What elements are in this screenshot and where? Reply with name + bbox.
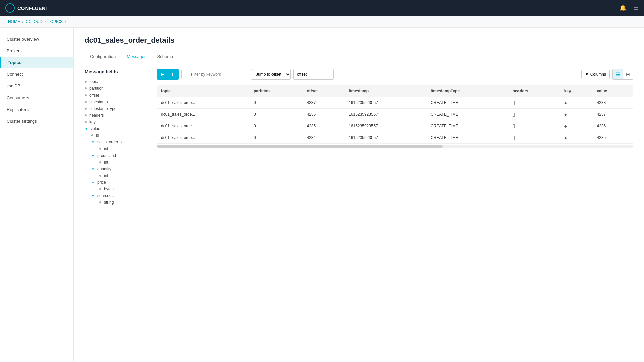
breadcrumb-home[interactable]: HOME: [8, 19, 20, 24]
sidebar-item-brokers[interactable]: Brokers: [0, 45, 73, 57]
cell-offset: 4236: [303, 109, 345, 120]
list-view-button[interactable]: ☰: [613, 69, 623, 79]
sidebar-item-cluster-settings[interactable]: Cluster settings: [0, 115, 73, 127]
grid-view-button[interactable]: ⊞: [623, 69, 633, 79]
cell-timestampType: CREATE_TIME: [427, 120, 509, 132]
content-area: Message fields topic partition offset ti…: [85, 69, 633, 206]
logo-text: CONFLUENT: [17, 5, 49, 11]
cell-partition: 0: [250, 97, 303, 109]
breadcrumb-topics[interactable]: TOPICS: [48, 19, 63, 24]
search-input[interactable]: [181, 70, 248, 79]
cell-topic: dc01_sales_orde...: [157, 97, 250, 109]
chevron-down-icon[interactable]: ▼: [91, 140, 96, 144]
field-bullet: [85, 114, 87, 116]
cell-headers: []: [509, 97, 560, 109]
field-timestamp: timestamp: [85, 99, 152, 105]
table-row[interactable]: dc01_sales_orde...042361615235923557CREA…: [157, 109, 633, 120]
message-fields-title: Message fields: [85, 69, 152, 74]
table-row[interactable]: dc01_sales_orde...042371615235923557CREA…: [157, 97, 633, 109]
field-bullet: [85, 108, 87, 110]
col-header-timestamp: timestamp: [345, 85, 427, 97]
tab-messages[interactable]: Messages: [121, 51, 152, 62]
cell-value: 4236: [593, 120, 633, 132]
sidebar: Cluster overview Brokers Topics Connect …: [0, 28, 74, 361]
play-button[interactable]: ▶: [157, 69, 168, 80]
chevron-down-icon[interactable]: ▼: [85, 127, 89, 131]
sidebar-item-ksqldb[interactable]: ksqlDB: [0, 80, 73, 92]
message-fields-panel: Message fields topic partition offset ti…: [85, 69, 152, 206]
table-row[interactable]: dc01_sales_orde...042341615235923557CREA…: [157, 132, 633, 144]
cell-key: ◆: [560, 97, 593, 109]
field-partition: partition: [85, 85, 152, 92]
sidebar-item-consumers[interactable]: Consumers: [0, 92, 73, 104]
breadcrumb-ccloud[interactable]: CCLOUD: [26, 19, 43, 24]
sidebar-item-cluster-overview[interactable]: Cluster overview: [0, 33, 73, 45]
horizontal-scrollbar[interactable]: [157, 145, 633, 148]
field-string: string: [99, 199, 152, 206]
chevron-down-icon[interactable]: ▼: [91, 154, 96, 158]
field-sourcedc[interactable]: ▼ sourcedc: [91, 192, 152, 199]
cell-offset: 4235: [303, 120, 345, 132]
field-value[interactable]: ▼ value: [85, 125, 152, 132]
offset-input[interactable]: [293, 69, 334, 80]
view-toggle: ☰ ⊞: [612, 69, 633, 80]
diamond-icon: ◆: [564, 101, 567, 105]
notification-icon[interactable]: 🔔: [619, 4, 627, 12]
main-content: dc01_sales_order_details Configuration M…: [74, 28, 644, 361]
cell-offset: 4237: [303, 97, 345, 109]
field-bullet: [99, 148, 101, 150]
sidebar-item-replicators[interactable]: Replicators: [0, 104, 73, 115]
pause-button[interactable]: ⏸: [168, 69, 179, 80]
topbar: + CONFLUENT 🔔 ☰: [0, 0, 644, 16]
field-offset: offset: [85, 92, 152, 99]
chevron-down-icon[interactable]: ▼: [91, 181, 96, 184]
cell-value: 4235: [593, 132, 633, 144]
field-headers: headers: [85, 112, 152, 119]
col-header-timestamptype: timestampType: [427, 85, 509, 97]
field-price[interactable]: ▼ price: [91, 179, 152, 186]
page-title: dc01_sales_order_details: [85, 36, 633, 45]
chevron-down-icon[interactable]: ▼: [91, 194, 96, 198]
col-header-offset: offset: [303, 85, 345, 97]
cell-headers: []: [509, 109, 560, 120]
diamond-icon: ◆: [564, 124, 567, 128]
field-bullet: [85, 121, 87, 123]
field-int-3: int: [99, 172, 152, 179]
tab-configuration[interactable]: Configuration: [85, 51, 121, 62]
search-wrap: 🔍: [181, 70, 248, 79]
diamond-icon: ◆: [564, 113, 567, 116]
jump-to-offset-select[interactable]: Jump to offset Beginning End Timestamp: [251, 69, 291, 80]
table-body: dc01_sales_orde...042371615235923557CREA…: [157, 97, 633, 144]
columns-icon: ▼: [585, 72, 589, 77]
cell-timestampType: CREATE_TIME: [427, 97, 509, 109]
cell-topic: dc01_sales_orde...: [157, 132, 250, 144]
sidebar-item-topics[interactable]: Topics: [0, 57, 73, 68]
menu-icon[interactable]: ☰: [633, 4, 639, 12]
field-quantity[interactable]: ▼ quantity: [91, 166, 152, 172]
breadcrumb-sep-2: ›: [45, 19, 46, 24]
cell-timestamp: 1615235923557: [345, 109, 427, 120]
field-bullet: [99, 175, 101, 177]
sidebar-item-connect[interactable]: Connect: [0, 68, 73, 80]
cell-key: ◆: [560, 120, 593, 132]
field-product-id[interactable]: ▼ product_id: [91, 152, 152, 159]
field-bullet: [91, 134, 93, 136]
field-bullet: [85, 87, 87, 89]
cell-value: 4238: [593, 97, 633, 109]
diamond-icon: ◆: [564, 136, 567, 140]
field-bullet: [85, 101, 87, 103]
cell-partition: 0: [250, 132, 303, 144]
toolbar: ▶ ⏸ 🔍 Jump to offset Beginning End Times…: [157, 69, 633, 80]
table-row[interactable]: dc01_sales_orde...042351615235923557CREA…: [157, 120, 633, 132]
confluent-logo[interactable]: + CONFLUENT: [5, 3, 49, 13]
field-sales-order-id[interactable]: ▼ sales_order_id: [91, 139, 152, 145]
columns-button[interactable]: ▼ Columns: [581, 70, 610, 79]
right-panel: ▶ ⏸ 🔍 Jump to offset Beginning End Times…: [157, 69, 633, 206]
cell-timestamp: 1615235923557: [345, 97, 427, 109]
topbar-right: 🔔 ☰: [619, 4, 639, 12]
tab-schema[interactable]: Schema: [152, 51, 179, 62]
chevron-down-icon[interactable]: ▼: [91, 167, 96, 171]
breadcrumb-sep-1: ›: [22, 19, 23, 24]
field-int-2: int: [99, 159, 152, 166]
cell-partition: 0: [250, 109, 303, 120]
